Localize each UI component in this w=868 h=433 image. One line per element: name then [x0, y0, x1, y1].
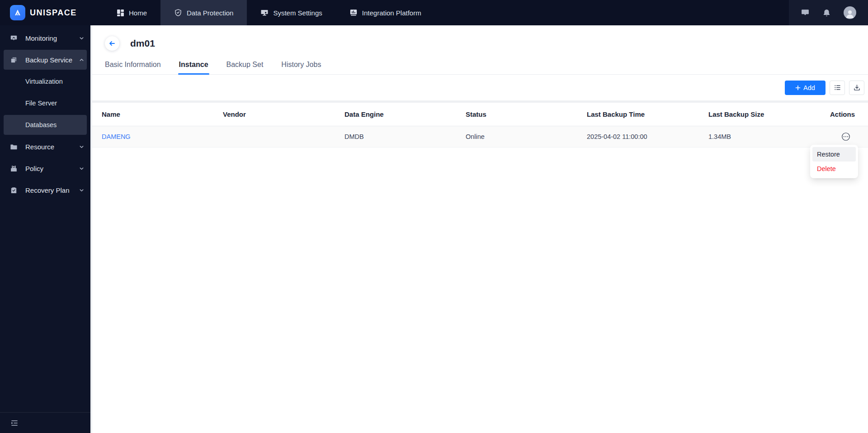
- sidebar-item-file-server[interactable]: File Server: [0, 92, 90, 114]
- export-button[interactable]: [849, 81, 864, 95]
- sidebar-item-virtualization[interactable]: Virtualization: [0, 71, 90, 92]
- nav-data-protection[interactable]: Data Protection: [160, 0, 247, 25]
- sidebar-label: Resource: [25, 143, 54, 151]
- add-button[interactable]: Add: [785, 81, 826, 95]
- column-settings-button[interactable]: [830, 81, 845, 95]
- sidebar-label: Virtualization: [25, 78, 63, 85]
- bell-icon[interactable]: [822, 9, 831, 17]
- sidebar-footer: [0, 412, 90, 433]
- shield-check-icon: [174, 9, 182, 17]
- tab-instance[interactable]: Instance: [178, 61, 209, 74]
- cell-last-backup-size: 1.34MB: [708, 133, 830, 140]
- nav-system-settings[interactable]: System Settings: [247, 0, 335, 25]
- menu-fold-icon[interactable]: [10, 419, 19, 428]
- cell-status: Online: [466, 133, 587, 140]
- actions-dropdown-menu: Restore Delete: [810, 145, 858, 178]
- chevron-down-icon: [79, 166, 84, 171]
- archive-save-icon: [10, 165, 18, 172]
- column-header-name: Name: [92, 110, 223, 118]
- sidebar-item-monitoring[interactable]: Monitoring: [0, 27, 90, 49]
- column-header-last-backup-size: Last Backup Size: [708, 110, 830, 118]
- sidebar-label: Databases: [25, 121, 57, 128]
- dashboard-grid-icon: [117, 9, 124, 17]
- nav-home-label: Home: [129, 9, 147, 17]
- nav-integration-platform-label: Integration Platform: [362, 9, 421, 17]
- copy-layers-icon: [10, 56, 18, 64]
- nav-integration-platform[interactable]: Integration Platform: [336, 0, 435, 25]
- chevron-down-icon: [79, 188, 84, 193]
- page-title: dm01: [130, 38, 155, 49]
- topbar-spacer: [435, 0, 789, 25]
- add-button-label: Add: [803, 84, 815, 91]
- sidebar-label: Recovery Plan: [25, 186, 70, 194]
- cell-last-backup-time: 2025-04-02 11:00:00: [587, 133, 708, 140]
- tab-history-jobs[interactable]: History Jobs: [280, 61, 322, 74]
- sidebar-label: Policy: [25, 165, 43, 172]
- monitor-icon: [260, 9, 269, 17]
- column-header-actions: Actions: [830, 110, 868, 118]
- ellipsis-circle-icon[interactable]: [841, 132, 851, 142]
- nav-home[interactable]: Home: [103, 0, 160, 25]
- nav-data-protection-label: Data Protection: [187, 9, 233, 17]
- menu-item-restore[interactable]: Restore: [812, 147, 856, 162]
- top-navbar: UNISPACE Home Data Protection System Set…: [0, 0, 868, 25]
- detail-tabs: Basic Information Instance Backup Set Hi…: [92, 61, 868, 75]
- unordered-list-icon: [834, 84, 841, 91]
- table-row: DAMENG DMDB Online 2025-04-02 11:00:00 1…: [92, 126, 868, 148]
- main-content: dm01 Basic Information Instance Backup S…: [90, 25, 868, 433]
- plus-icon: [795, 85, 801, 90]
- message-icon[interactable]: [801, 8, 810, 17]
- sidebar-label: Monitoring: [25, 34, 57, 42]
- sidebar-item-backup-service[interactable]: Backup Service: [0, 49, 90, 71]
- column-header-data-engine: Data Engine: [344, 110, 466, 118]
- chevron-down-icon: [79, 144, 84, 149]
- menu-item-delete[interactable]: Delete: [812, 162, 856, 176]
- chevron-down-icon: [79, 36, 84, 41]
- bubble-chevron-icon: [10, 34, 18, 42]
- brand-name: UNISPACE: [30, 8, 77, 18]
- tab-backup-set[interactable]: Backup Set: [226, 61, 264, 74]
- sidebar-label: Backup Service: [25, 56, 72, 64]
- sidebar-item-recovery-plan[interactable]: Recovery Plan: [0, 179, 90, 201]
- sidebar: Monitoring Backup Service Virtualization…: [0, 25, 90, 433]
- clipboard-check-icon: [10, 186, 18, 194]
- topbar-right: [789, 0, 868, 25]
- sidebar-item-databases[interactable]: Databases: [0, 114, 90, 136]
- bar-chart-box-icon: [349, 9, 358, 17]
- download-icon: [854, 84, 860, 91]
- user-avatar[interactable]: [844, 6, 856, 19]
- sidebar-label: File Server: [25, 100, 57, 107]
- folder-icon: [10, 143, 18, 151]
- unispace-logo-icon: [10, 5, 25, 20]
- cell-data-engine: DMDB: [344, 133, 466, 140]
- back-button[interactable]: [105, 36, 119, 51]
- instance-table: Name Vendor Data Engine Status Last Back…: [92, 103, 868, 148]
- instance-name-link[interactable]: DAMENG: [102, 133, 131, 140]
- brand: UNISPACE: [0, 0, 90, 25]
- sidebar-item-policy[interactable]: Policy: [0, 157, 90, 179]
- column-header-status: Status: [466, 110, 587, 118]
- chevron-up-icon: [79, 57, 84, 62]
- nav-system-settings-label: System Settings: [273, 9, 322, 17]
- tab-basic-information[interactable]: Basic Information: [104, 61, 162, 74]
- arrow-left-icon: [108, 40, 116, 47]
- table-toolbar: Add: [92, 75, 868, 100]
- table-header-row: Name Vendor Data Engine Status Last Back…: [92, 103, 868, 126]
- top-nav: Home Data Protection System Settings Int…: [103, 0, 435, 25]
- column-header-vendor: Vendor: [223, 110, 344, 118]
- sidebar-item-resource[interactable]: Resource: [0, 136, 90, 157]
- column-header-last-backup-time: Last Backup Time: [587, 110, 708, 118]
- page-header: dm01 Basic Information Instance Backup S…: [92, 25, 868, 100]
